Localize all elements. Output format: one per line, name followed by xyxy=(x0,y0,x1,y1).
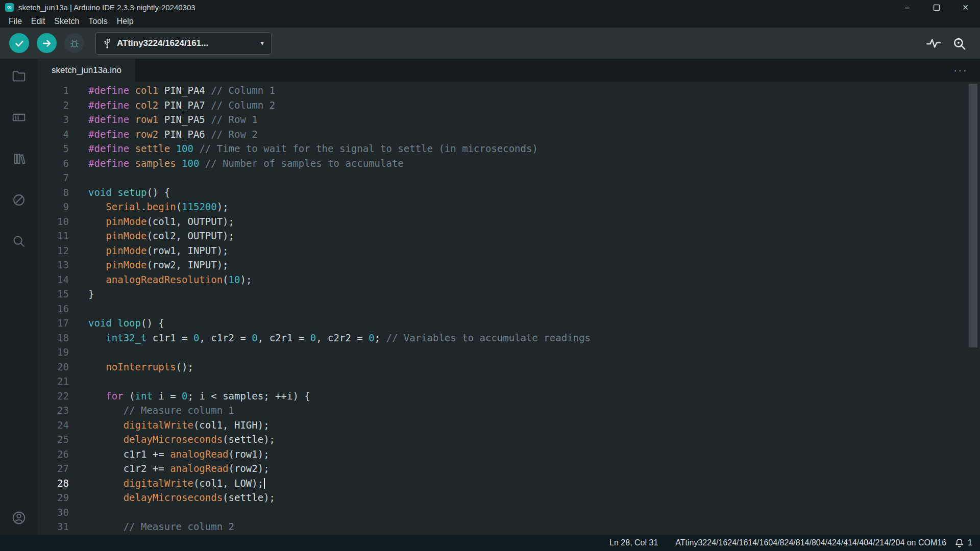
line-number: 24 xyxy=(38,418,88,433)
line-number: 15 xyxy=(38,287,88,302)
serial-plotter-button[interactable] xyxy=(926,37,941,50)
code-line[interactable]: 31 // Measure column 2 xyxy=(38,519,980,534)
code-text: // Measure column 2 xyxy=(88,519,234,534)
maximize-icon xyxy=(933,4,940,11)
code-line[interactable]: 10 pinMode(col1, OUTPUT); xyxy=(38,214,980,229)
code-line[interactable]: 20 noInterrupts(); xyxy=(38,360,980,374)
code-line[interactable]: 17void loop() { xyxy=(38,316,980,331)
maximize-button[interactable] xyxy=(922,0,951,15)
editor-more-actions-icon[interactable]: ··· xyxy=(953,64,968,77)
text-cursor xyxy=(264,478,265,489)
code-line[interactable]: 18 int32_t c1r1 = 0, c1r2 = 0, c2r1 = 0,… xyxy=(38,331,980,345)
window-title: sketch_jun13a | Arduino IDE 2.3.3-nightl… xyxy=(18,3,195,12)
title-bar: ∞ sketch_jun13a | Arduino IDE 2.3.3-nigh… xyxy=(0,0,980,15)
code-line[interactable]: 16 xyxy=(38,302,980,316)
sidebar-item-library-manager[interactable] xyxy=(10,150,28,167)
code-line[interactable]: 1#define col1 PIN_PA4 // Column 1 xyxy=(38,83,980,98)
bug-icon xyxy=(69,38,80,49)
code-line[interactable]: 14 analogReadResolution(10); xyxy=(38,272,980,287)
line-number: 22 xyxy=(38,389,88,404)
verify-button[interactable] xyxy=(9,33,29,53)
code-line[interactable]: 23 // Measure column 1 xyxy=(38,403,980,418)
line-number: 7 xyxy=(38,170,88,185)
code-line[interactable]: 24 digitalWrite(col1, HIGH); xyxy=(38,418,980,433)
line-number: 12 xyxy=(38,243,88,258)
code-text: c1r2 += analogRead(row2); xyxy=(88,461,270,476)
menu-tools[interactable]: Tools xyxy=(84,17,112,26)
debug-button[interactable] xyxy=(64,33,84,53)
code-line[interactable]: 2#define col2 PIN_PA7 // Column 2 xyxy=(38,98,980,113)
line-number: 31 xyxy=(38,519,88,534)
menu-sketch[interactable]: Sketch xyxy=(50,17,84,26)
code-line[interactable]: 3#define row1 PIN_PA5 // Row 1 xyxy=(38,112,980,127)
code-line[interactable]: 15} xyxy=(38,287,980,302)
check-icon xyxy=(14,38,25,49)
line-number: 28 xyxy=(38,476,88,491)
notifications-button[interactable]: 1 xyxy=(954,538,972,548)
code-line[interactable]: 25 delayMicroseconds(settle); xyxy=(38,432,980,447)
code-text: digitalWrite(col1, HIGH); xyxy=(88,418,270,433)
right-arrow-icon xyxy=(41,38,53,49)
sidebar-item-debug[interactable] xyxy=(10,191,28,209)
serial-monitor-button[interactable] xyxy=(952,36,966,51)
code-line[interactable]: 5#define settle 100 // Time to wait for … xyxy=(38,141,980,156)
code-line[interactable]: 19 xyxy=(38,345,980,360)
code-line[interactable]: 13 pinMode(row2, INPUT); xyxy=(38,258,980,272)
line-number: 18 xyxy=(38,331,88,345)
upload-button[interactable] xyxy=(37,33,57,53)
line-number: 13 xyxy=(38,258,88,272)
code-line[interactable]: 7 xyxy=(38,170,980,185)
code-line[interactable]: 9 Serial.begin(115200); xyxy=(38,199,980,214)
code-text: c1r1 += analogRead(row1); xyxy=(88,447,270,462)
code-line[interactable]: 28 digitalWrite(col1, LOW); xyxy=(38,476,980,491)
cursor-position-status[interactable]: Ln 28, Col 31 xyxy=(609,538,658,547)
sidebar-item-account[interactable] xyxy=(10,509,28,527)
code-editor[interactable]: 1#define col1 PIN_PA4 // Column 12#defin… xyxy=(38,82,980,535)
code-line[interactable]: 12 pinMode(row1, INPUT); xyxy=(38,243,980,258)
code-line[interactable]: 29 delayMicroseconds(settle); xyxy=(38,490,980,505)
line-number: 29 xyxy=(38,490,88,505)
line-number: 14 xyxy=(38,272,88,287)
minimize-button[interactable]: – xyxy=(893,0,922,15)
close-button[interactable]: × xyxy=(951,0,980,15)
line-number: 9 xyxy=(38,199,88,214)
code-line[interactable]: 4#define row2 PIN_PA6 // Row 2 xyxy=(38,127,980,142)
line-number: 30 xyxy=(38,505,88,520)
line-number: 1 xyxy=(38,83,88,98)
sidebar-item-sketchbook[interactable] xyxy=(10,67,28,85)
code-line[interactable]: 6#define samples 100 // Number of sample… xyxy=(38,156,980,171)
line-number: 4 xyxy=(38,127,88,142)
code-line[interactable]: 21 xyxy=(38,374,980,389)
line-number: 17 xyxy=(38,316,88,331)
bell-icon xyxy=(954,538,964,548)
menu-edit[interactable]: Edit xyxy=(27,17,50,26)
code-line[interactable]: 30 xyxy=(38,505,980,520)
board-selector-dropdown[interactable]: ATtiny3224/1624/161... ▾ xyxy=(95,32,272,55)
code-text: pinMode(row1, INPUT); xyxy=(88,243,229,258)
code-line[interactable]: 8void setup() { xyxy=(38,185,980,200)
code-line[interactable]: 26 c1r1 += analogRead(row1); xyxy=(38,447,980,462)
code-line[interactable]: 11 pinMode(col2, OUTPUT); xyxy=(38,229,980,243)
books-icon xyxy=(11,151,27,167)
tab-sketch-jun13a[interactable]: sketch_jun13a.ino xyxy=(38,59,135,82)
code-text: digitalWrite(col1, LOW); xyxy=(88,476,265,491)
line-number: 25 xyxy=(38,432,88,447)
code-text: pinMode(col2, OUTPUT); xyxy=(88,229,234,243)
code-area: 1#define col1 PIN_PA4 // Column 12#defin… xyxy=(38,83,980,534)
line-number: 26 xyxy=(38,447,88,462)
editor-scrollbar[interactable] xyxy=(969,84,977,347)
chevron-down-icon: ▾ xyxy=(260,39,264,47)
menu-file[interactable]: File xyxy=(4,17,27,26)
search-icon xyxy=(11,233,27,249)
code-text: pinMode(row2, INPUT); xyxy=(88,258,229,272)
code-line[interactable]: 27 c1r2 += analogRead(row2); xyxy=(38,461,980,476)
sidebar-item-boards-manager[interactable] xyxy=(10,109,28,126)
sidebar-item-search[interactable] xyxy=(10,233,28,250)
code-text: #define samples 100 // Number of samples… xyxy=(88,156,404,171)
menu-help[interactable]: Help xyxy=(112,17,138,26)
code-text: int32_t c1r1 = 0, c1r2 = 0, c2r1 = 0, c2… xyxy=(88,331,591,345)
board-port-status[interactable]: ATtiny3224/1624/1614/1604/824/814/804/42… xyxy=(675,538,946,547)
line-number: 21 xyxy=(38,374,88,389)
status-bar: Ln 28, Col 31 ATtiny3224/1624/1614/1604/… xyxy=(0,535,980,551)
code-line[interactable]: 22 for (int i = 0; i < samples; ++i) { xyxy=(38,389,980,404)
